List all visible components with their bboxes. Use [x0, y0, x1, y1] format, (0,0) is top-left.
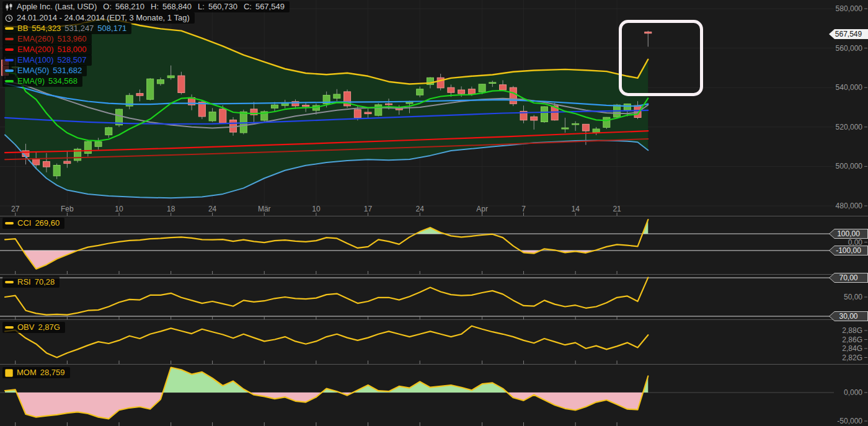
ema200-value: 518,000: [58, 45, 87, 55]
rsi-series-icon: [5, 281, 14, 283]
date-axis-label: 7: [521, 205, 526, 213]
obv-legend[interactable]: OBV 2,87G: [2, 322, 65, 333]
legend-ema50[interactable]: EMA(50) 531,682: [2, 65, 87, 76]
ema9-label: EMA(9): [17, 76, 45, 86]
price-axis-label: 520,000: [831, 123, 862, 131]
date-range-row: 24.01.2014 - 24.04.2014 (EDT, 3 Monate, …: [2, 12, 195, 24]
ema100-value: 528,507: [58, 55, 87, 65]
instrument-header-row: Apple Inc. (Last, USD) O: 568,210 H: 568…: [2, 1, 290, 12]
highlight-annotation-box: [619, 20, 703, 96]
legend-ema260[interactable]: EMA(260) 513,960: [2, 33, 92, 45]
last-price-tag: 567,549: [829, 29, 868, 39]
date-axis-label: 24: [416, 205, 424, 213]
ema9-value: 534,568: [48, 76, 78, 86]
ohlc-low-label: L:: [198, 2, 205, 12]
bb-upper-value: 554,323: [32, 24, 61, 33]
ohlc-high-label: H:: [151, 2, 159, 12]
ema9-series-icon: [5, 80, 14, 82]
ema200-label: EMA(200): [17, 45, 54, 55]
cci-series-icon: [5, 222, 14, 224]
rsi-label: RSI: [17, 277, 31, 287]
ema260-label: EMA(260): [17, 34, 54, 44]
bb-middle-value: 531,247: [64, 24, 94, 33]
price-axis-label: 560,000: [831, 44, 862, 53]
date-axis-label: 24: [208, 205, 216, 213]
obv-axis-label: 2,84G: [831, 344, 862, 353]
ohlc-open-label: O:: [103, 2, 112, 12]
obv-axis-label: 2,88G: [831, 326, 862, 335]
ohlc-low-value: 560,730: [208, 2, 237, 12]
price-axis-label: 480,000: [831, 202, 862, 210]
rsi-value: 70,28: [35, 277, 55, 287]
ema50-label: EMA(50): [17, 66, 49, 76]
ema100-label: EMA(100): [17, 55, 54, 65]
ohlc-close-value: 567,549: [255, 2, 285, 12]
mom-value: 28,759: [40, 368, 65, 378]
price-axis-label: 580,000: [831, 4, 862, 13]
price-axis-label: 540,000: [831, 83, 862, 92]
legend-ema100[interactable]: EMA(100) 528,507: [2, 55, 92, 66]
clock-icon: [5, 14, 13, 22]
date-axis-label: Feb: [61, 205, 74, 213]
rsi-axis-tag: 30,00: [829, 311, 868, 321]
date-axis-label: 27: [11, 205, 19, 213]
date-axis-label: 17: [364, 205, 372, 213]
date-axis-label: 14: [571, 205, 579, 213]
price-axis-label: 500,000: [831, 162, 862, 171]
ema100-series-icon: [5, 59, 14, 61]
mom-series-icon: [5, 369, 13, 377]
date-axis-label: 10: [115, 205, 123, 213]
bb-label: BB: [17, 24, 28, 33]
candlestick-chart-icon: [5, 3, 13, 11]
obv-label: OBV: [17, 322, 34, 332]
ohlc-open-value: 568,210: [115, 2, 144, 12]
cci-axis-tag: -100,00: [829, 246, 868, 255]
obv-value: 2,87G: [38, 322, 60, 332]
ohlc-high-value: 568,840: [162, 2, 192, 12]
cci-label: CCI: [17, 218, 31, 228]
rsi-axis-tag: 70,00: [829, 273, 868, 283]
cci-legend[interactable]: CCI 269,60: [2, 218, 64, 229]
date-axis-label: 10: [312, 205, 320, 213]
date-range-label: 24.01.2014 - 24.04.2014 (EDT, 3 Monate, …: [17, 13, 190, 23]
date-axis-label: 21: [613, 205, 621, 213]
date-axis-label: 18: [167, 205, 175, 213]
bb-series-icon: [5, 27, 14, 30]
obv-axis-label: 2,82G: [831, 353, 862, 362]
mom-legend[interactable]: MOM 28,759: [2, 367, 70, 378]
legend-ema9[interactable]: EMA(9) 534,568: [2, 76, 82, 87]
ohlc-close-label: C:: [244, 2, 252, 12]
instrument-title: Apple Inc. (Last, USD): [17, 2, 97, 12]
mom-axis-label: 0,000: [831, 388, 862, 397]
ema260-series-icon: [5, 38, 14, 40]
mom-axis-label: -50,000: [831, 417, 862, 425]
legend-ema200[interactable]: EMA(200) 518,000: [2, 44, 92, 55]
date-axis-label: Mär: [258, 205, 271, 213]
ema50-value: 531,682: [53, 66, 82, 76]
rsi-legend[interactable]: RSI 70,28: [2, 277, 60, 288]
trading-chart-window: Apple Inc. (Last, USD) O: 568,210 H: 568…: [0, 0, 868, 426]
date-axis-label: Apr: [476, 205, 488, 213]
obv-axis-label: 2,86G: [831, 335, 862, 344]
obv-series-icon: [5, 326, 14, 329]
rsi-axis-label: 50,00: [831, 293, 862, 301]
ema260-value: 513,960: [58, 34, 87, 44]
ema200-series-icon: [5, 48, 14, 51]
ema50-series-icon: [5, 69, 14, 72]
legend-bb[interactable]: BB 554,323 531,247 508,171: [2, 23, 131, 34]
mom-label: MOM: [17, 368, 37, 378]
cci-value: 269,60: [35, 218, 60, 228]
bb-lower-value: 508,171: [97, 24, 126, 33]
